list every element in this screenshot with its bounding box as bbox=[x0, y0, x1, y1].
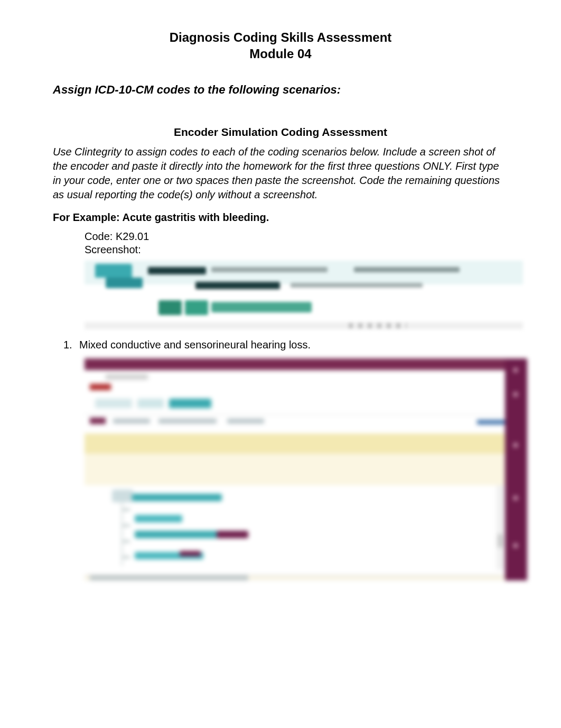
encoder-red-badge bbox=[90, 384, 111, 390]
encoder-scrollbar-thumb bbox=[498, 534, 503, 548]
encoder-subtab bbox=[106, 278, 143, 288]
encoder-tab bbox=[95, 264, 132, 278]
encoder-textline-3 bbox=[291, 283, 423, 288]
example-code-block: Code: K29.01 Screenshot: bbox=[85, 230, 508, 256]
encoder-filter-txt-1 bbox=[113, 419, 150, 423]
encoder-darkbar-2 bbox=[195, 282, 280, 289]
sidebar-icon-5 bbox=[513, 543, 518, 548]
example-screenshot-label: Screenshot: bbox=[85, 243, 508, 256]
encoder-green-bar bbox=[211, 302, 312, 312]
sub-heading: Encoder Simulation Coding Assessment bbox=[53, 126, 508, 139]
encoder-top-strip bbox=[85, 358, 507, 370]
sidebar-icon-3 bbox=[513, 443, 518, 447]
question-1-screenshot-image bbox=[85, 358, 527, 580]
encoder-textline-2 bbox=[354, 267, 460, 272]
encoder-cream-band bbox=[85, 454, 507, 485]
encoder-tree-item-4-badge bbox=[180, 551, 201, 556]
encoder-filter-row bbox=[85, 414, 507, 434]
encoder-tree-item-1 bbox=[132, 494, 222, 501]
encoder-bottom-strip bbox=[85, 322, 523, 329]
encoder-tree-item-2 bbox=[135, 515, 182, 522]
example-heading: For Example: Acute gastritis with bleedi… bbox=[53, 211, 508, 224]
encoder-tab-a bbox=[95, 399, 132, 408]
encoder-search-field bbox=[106, 374, 148, 380]
sidebar-icon-1 bbox=[513, 368, 518, 372]
encoder-tab-c-active bbox=[169, 399, 211, 408]
encoder-darkbar-1 bbox=[148, 267, 206, 274]
encoder-textline-1 bbox=[211, 267, 328, 272]
encoder-filter-txt-3 bbox=[227, 419, 264, 423]
encoder-statusbar-text bbox=[90, 575, 248, 580]
encoder-bottom-dots bbox=[349, 323, 407, 328]
encoder-tree-root-icon bbox=[112, 490, 133, 502]
encoder-scrollbar-track bbox=[497, 485, 504, 570]
encoder-green-block-2 bbox=[185, 300, 208, 315]
sidebar-icon-4 bbox=[513, 496, 518, 500]
assign-heading: Assign ICD-10-CM codes to the following … bbox=[53, 83, 508, 97]
page-title: Diagnosis Coding Skills Assessment Modul… bbox=[53, 29, 508, 62]
question-1: 1. Mixed conductive and sensorineural he… bbox=[63, 339, 508, 351]
question-number: 1. bbox=[63, 339, 79, 351]
title-line-1: Diagnosis Coding Skills Assessment bbox=[53, 29, 508, 45]
instructions-paragraph: Use Clintegrity to assign codes to each … bbox=[53, 145, 508, 202]
encoder-filter-label bbox=[90, 418, 106, 424]
title-line-2: Module 04 bbox=[53, 45, 508, 62]
encoder-tree-nodes bbox=[123, 509, 130, 567]
encoder-green-block-1 bbox=[158, 300, 182, 315]
encoder-filter-txt-2 bbox=[158, 419, 217, 423]
example-screenshot-image bbox=[85, 261, 523, 329]
question-text: Mixed conductive and sensorineural heari… bbox=[79, 339, 311, 351]
sidebar-icon-2 bbox=[513, 392, 518, 397]
encoder-search-row bbox=[85, 370, 507, 393]
example-code-label: Code: K29.01 bbox=[85, 230, 508, 243]
encoder-blue-link bbox=[477, 420, 506, 425]
encoder-tree-item-3-highlight bbox=[217, 531, 248, 538]
encoder-tab-b bbox=[137, 399, 164, 408]
encoder-yellow-band bbox=[85, 434, 507, 454]
